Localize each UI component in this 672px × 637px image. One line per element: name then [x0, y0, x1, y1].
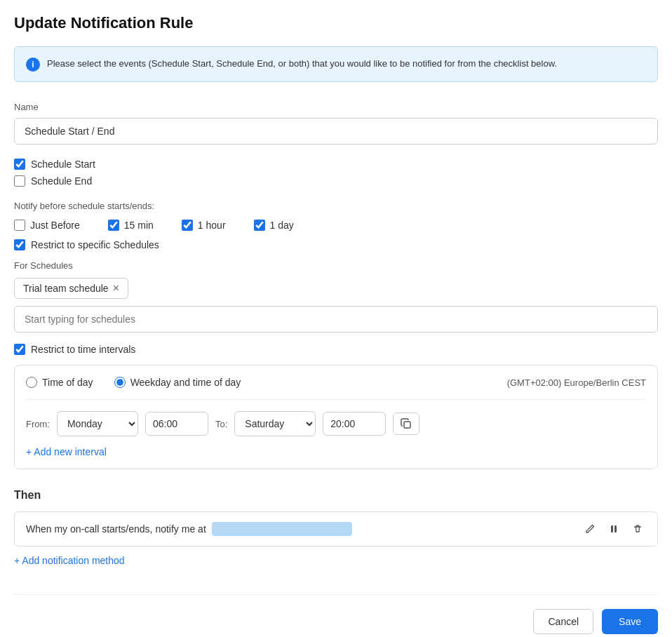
schedule-start-label: Schedule Start: [31, 159, 95, 170]
cancel-button[interactable]: Cancel: [533, 609, 593, 634]
add-notification-button[interactable]: + Add notification method: [14, 555, 125, 566]
to-label: To:: [215, 419, 227, 429]
name-section: Name: [14, 102, 658, 145]
schedule-search-input[interactable]: [14, 306, 658, 333]
schedule-tags: Trial team schedule ×: [14, 278, 658, 299]
schedule-tag-label: Trial team schedule: [23, 283, 109, 294]
trash-icon: [632, 523, 643, 535]
notify-before-label: Notify before schedule starts/ends:: [14, 201, 658, 211]
time-of-day-option[interactable]: Time of day: [26, 377, 93, 388]
schedule-tag-remove-button[interactable]: ×: [113, 283, 119, 294]
restrict-time-row[interactable]: Restrict to time intervals: [14, 344, 658, 355]
just-before-label: Just Before: [30, 220, 80, 231]
time-of-day-radio[interactable]: [26, 377, 37, 388]
info-icon: i: [26, 58, 40, 72]
then-title: Then: [14, 489, 658, 502]
from-time-input[interactable]: [145, 412, 208, 436]
restrict-schedules-checkbox[interactable]: [14, 239, 25, 250]
restrict-schedules-label: Restrict to specific Schedules: [31, 239, 159, 250]
notification-row: When my on-call starts/ends, notify me a…: [14, 511, 658, 547]
save-button[interactable]: Save: [602, 609, 658, 634]
15min-option[interactable]: 15 min: [108, 220, 154, 231]
to-day-select[interactable]: Monday Tuesday Wednesday Thursday Friday…: [234, 411, 316, 436]
page-title: Update Notification Rule: [14, 14, 658, 32]
edit-icon: [584, 523, 596, 535]
schedule-end-label: Schedule End: [31, 175, 92, 187]
edit-notification-button[interactable]: [582, 521, 598, 537]
radio-row: Time of day Weekday and time of day (GMT…: [26, 377, 646, 388]
event-checkboxes: Schedule Start Schedule End: [14, 159, 658, 187]
schedule-start-checkbox[interactable]: [14, 159, 25, 170]
then-section: Then When my on-call starts/ends, notify…: [14, 489, 658, 566]
add-notification-label: + Add notification method: [14, 555, 125, 566]
schedule-start-row[interactable]: Schedule Start: [14, 159, 658, 170]
schedule-end-checkbox[interactable]: [14, 175, 25, 187]
pause-icon: [608, 523, 619, 535]
notify-options: Just Before 15 min 1 hour 1 day: [14, 220, 658, 231]
schedule-end-row[interactable]: Schedule End: [14, 175, 658, 187]
from-day-select[interactable]: Monday Tuesday Wednesday Thursday Friday…: [57, 411, 138, 436]
restrict-schedules-row[interactable]: Restrict to specific Schedules: [14, 239, 658, 250]
just-before-option[interactable]: Just Before: [14, 220, 80, 231]
info-banner-text: Please select the events (Schedule Start…: [47, 57, 557, 71]
15min-label: 15 min: [124, 220, 154, 231]
just-before-checkbox[interactable]: [14, 220, 25, 231]
weekday-time-option[interactable]: Weekday and time of day: [114, 377, 241, 388]
timezone-label: (GMT+02:00) Europe/Berlin CEST: [507, 377, 646, 388]
time-of-day-label: Time of day: [42, 377, 93, 388]
for-schedules-label: For Schedules: [14, 260, 658, 271]
notification-text-before: When my on-call starts/ends, notify me a…: [26, 523, 206, 535]
1hour-option[interactable]: 1 hour: [182, 220, 226, 231]
interval-row: From: Monday Tuesday Wednesday Thursday …: [26, 411, 646, 436]
1day-checkbox[interactable]: [254, 220, 265, 231]
from-label: From:: [26, 419, 50, 429]
delete-notification-button[interactable]: [629, 521, 646, 537]
schedule-tag: Trial team schedule ×: [14, 278, 128, 299]
svg-rect-1: [611, 525, 613, 532]
1hour-checkbox[interactable]: [182, 220, 193, 231]
pause-notification-button[interactable]: [605, 521, 622, 537]
15min-checkbox[interactable]: [108, 220, 119, 231]
svg-rect-0: [404, 422, 410, 428]
add-interval-label: + Add new interval: [26, 446, 107, 457]
restrict-time-checkbox[interactable]: [14, 344, 25, 355]
info-banner: i Please select the events (Schedule Sta…: [14, 46, 658, 82]
interval-divider: [26, 399, 646, 400]
copy-interval-button[interactable]: [393, 413, 419, 435]
add-interval-button[interactable]: + Add new interval: [26, 446, 107, 457]
notification-text: When my on-call starts/ends, notify me a…: [26, 522, 574, 536]
1day-option[interactable]: 1 day: [254, 220, 294, 231]
name-label: Name: [14, 102, 658, 112]
weekday-time-label: Weekday and time of day: [130, 377, 241, 388]
svg-rect-2: [614, 525, 617, 532]
to-time-input[interactable]: [323, 412, 386, 436]
name-input[interactable]: [14, 118, 658, 145]
interval-box: Time of day Weekday and time of day (GMT…: [14, 365, 658, 469]
weekday-time-radio[interactable]: [114, 377, 126, 388]
footer: Cancel Save: [14, 594, 658, 634]
notification-method-highlight: [212, 522, 352, 536]
1day-label: 1 day: [270, 220, 294, 231]
1hour-label: 1 hour: [198, 220, 226, 231]
copy-icon: [401, 418, 412, 429]
restrict-time-label: Restrict to time intervals: [31, 344, 135, 355]
